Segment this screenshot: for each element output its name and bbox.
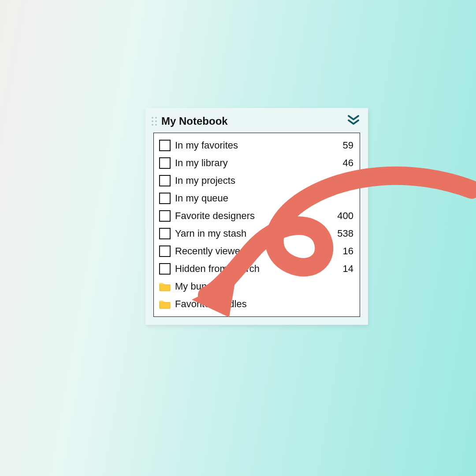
panel-header: My Notebook: [145, 108, 368, 133]
checkbox-icon[interactable]: [159, 210, 171, 222]
folder-item-label: Favorite bundles: [175, 298, 353, 310]
list-item-count: 538: [337, 228, 353, 239]
list-item[interactable]: Favorite designers 400: [159, 207, 353, 225]
collapse-icon[interactable]: [347, 114, 360, 128]
folder-item-label: My bundles: [175, 281, 353, 292]
list-item[interactable]: Hidden from search 14: [159, 260, 353, 278]
list-item-label: Hidden from search: [175, 263, 339, 275]
my-notebook-panel: My Notebook In my favorites 59 In my lib…: [145, 108, 368, 325]
checkbox-icon[interactable]: [159, 157, 171, 169]
folder-icon: [159, 299, 171, 309]
checkbox-icon[interactable]: [159, 228, 171, 239]
list-item-label: Favorite designers: [175, 210, 334, 222]
list-item-count: 14: [343, 263, 353, 275]
list-item-label: In my library: [175, 157, 339, 169]
folder-item[interactable]: My bundles: [159, 278, 353, 295]
panel-title: My Notebook: [161, 115, 347, 127]
list-item[interactable]: Recently viewed 16: [159, 242, 353, 260]
drag-handle-icon[interactable]: [152, 117, 157, 126]
list-item-label: Yarn in my stash: [175, 228, 334, 239]
list-item-count: 400: [337, 210, 353, 222]
notebook-list: In my favorites 59 In my library 46 In m…: [153, 133, 360, 317]
list-item[interactable]: In my projects 3: [159, 172, 353, 190]
folder-icon: [159, 282, 171, 291]
list-item[interactable]: In my queue: [159, 190, 353, 207]
background: My Notebook In my favorites 59 In my lib…: [0, 0, 476, 476]
checkbox-icon[interactable]: [159, 245, 171, 257]
list-item[interactable]: In my favorites 59: [159, 137, 353, 154]
checkbox-icon[interactable]: [159, 140, 171, 151]
list-item[interactable]: In my library 46: [159, 154, 353, 172]
checkbox-icon[interactable]: [159, 193, 171, 204]
list-item-label: In my projects: [175, 175, 345, 186]
list-item-label: In my favorites: [175, 140, 339, 151]
list-item-count: 59: [343, 140, 353, 151]
checkbox-icon[interactable]: [159, 263, 171, 275]
checkbox-icon[interactable]: [159, 175, 171, 186]
list-item-count: 3: [348, 175, 353, 186]
list-item-count: 16: [343, 245, 353, 257]
list-item-label: Recently viewed: [175, 245, 339, 257]
list-item-count: 46: [343, 157, 353, 169]
list-item[interactable]: Yarn in my stash 538: [159, 225, 353, 242]
folder-item[interactable]: Favorite bundles: [159, 295, 353, 313]
list-item-label: In my queue: [175, 193, 350, 204]
